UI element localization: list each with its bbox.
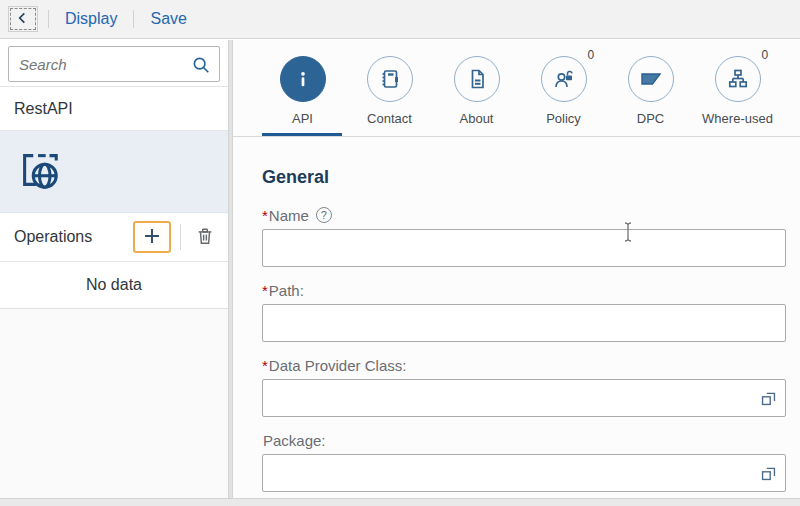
chevron-left-icon bbox=[15, 10, 31, 29]
name-input[interactable] bbox=[262, 229, 786, 267]
plus-icon bbox=[142, 226, 162, 249]
value-help-icon[interactable] bbox=[760, 465, 777, 486]
operations-empty-row: No data bbox=[0, 262, 228, 309]
path-field-label: * Path: bbox=[262, 281, 786, 299]
tab-about[interactable]: About bbox=[433, 40, 520, 136]
tab-contact-label: Contact bbox=[367, 111, 412, 126]
app-window: Display Save RestAPI bbox=[0, 0, 800, 506]
sidebar: RestAPI Operations bbox=[0, 40, 228, 498]
selected-tab-underline bbox=[262, 133, 342, 136]
toolbar-separator bbox=[180, 224, 181, 250]
tab-about-label: About bbox=[460, 111, 494, 126]
browser-globe-icon bbox=[16, 147, 62, 197]
name-label-text: Name bbox=[269, 207, 309, 224]
delete-operation-button[interactable] bbox=[190, 222, 220, 252]
required-mark: * bbox=[262, 207, 268, 224]
sidebar-root-label: RestAPI bbox=[14, 100, 73, 118]
back-button[interactable] bbox=[8, 6, 38, 32]
operations-toolbar: Operations bbox=[0, 213, 228, 262]
icon-tab-bar: API Contact bbox=[233, 40, 800, 137]
sidebar-item-restapi-selected[interactable] bbox=[0, 131, 228, 213]
tab-dpc[interactable]: DPC bbox=[607, 40, 694, 136]
path-label-text: Path: bbox=[269, 282, 304, 299]
search-field bbox=[8, 46, 220, 82]
org-chart-icon bbox=[715, 56, 761, 102]
trash-icon bbox=[195, 226, 215, 249]
save-button[interactable]: Save bbox=[144, 10, 192, 28]
required-mark: * bbox=[262, 282, 268, 299]
sidebar-empty-area bbox=[0, 309, 228, 498]
person-lock-icon bbox=[541, 56, 587, 102]
toolbar-separator bbox=[133, 10, 134, 28]
trapezoid-icon bbox=[628, 56, 674, 102]
data-provider-class-input[interactable] bbox=[262, 379, 786, 417]
search-icon[interactable] bbox=[191, 55, 211, 79]
package-field-label: Package: bbox=[262, 431, 786, 449]
tab-where-used[interactable]: 0 Where-used bbox=[694, 40, 781, 136]
tab-api[interactable]: API bbox=[259, 40, 346, 136]
search-input[interactable] bbox=[9, 47, 219, 81]
tab-dpc-label: DPC bbox=[637, 111, 664, 126]
value-help-icon[interactable] bbox=[760, 390, 777, 411]
dpc-field-label: * Data Provider Class: bbox=[262, 356, 786, 374]
path-input[interactable] bbox=[262, 304, 786, 342]
sidebar-search-section bbox=[0, 40, 228, 87]
data-provider-class-field bbox=[262, 379, 786, 417]
operations-title: Operations bbox=[14, 228, 92, 246]
tab-policy-count: 0 bbox=[588, 48, 595, 62]
add-operation-button[interactable] bbox=[133, 221, 171, 253]
sidebar-root-item[interactable]: RestAPI bbox=[0, 87, 228, 131]
info-icon bbox=[280, 56, 326, 102]
tab-api-label: API bbox=[292, 111, 313, 126]
no-data-text: No data bbox=[86, 276, 142, 294]
api-form: General * Name ? * Path: * Data Provider… bbox=[233, 137, 800, 492]
path-field bbox=[262, 304, 786, 342]
package-field bbox=[262, 454, 786, 492]
document-icon bbox=[454, 56, 500, 102]
name-field bbox=[262, 229, 786, 267]
required-mark: * bbox=[262, 357, 268, 374]
name-field-label: * Name ? bbox=[262, 206, 786, 224]
main-panel: API Contact bbox=[233, 40, 800, 498]
horizontal-scrollbar-track[interactable] bbox=[0, 498, 800, 506]
contact-book-icon bbox=[367, 56, 413, 102]
help-icon[interactable]: ? bbox=[316, 207, 332, 223]
dpc-label-text: Data Provider Class: bbox=[269, 357, 407, 374]
tab-contact[interactable]: Contact bbox=[346, 40, 433, 136]
display-button[interactable]: Display bbox=[59, 10, 123, 28]
tab-policy-label: Policy bbox=[546, 111, 581, 126]
tab-policy[interactable]: 0 Policy bbox=[520, 40, 607, 136]
package-input[interactable] bbox=[262, 454, 786, 492]
header-toolbar: Display Save bbox=[0, 0, 800, 39]
tab-where-used-label: Where-used bbox=[702, 111, 773, 126]
section-title: General bbox=[262, 167, 786, 188]
tab-where-used-count: 0 bbox=[762, 48, 769, 62]
toolbar-separator bbox=[48, 10, 49, 28]
package-label-text: Package: bbox=[263, 432, 326, 449]
